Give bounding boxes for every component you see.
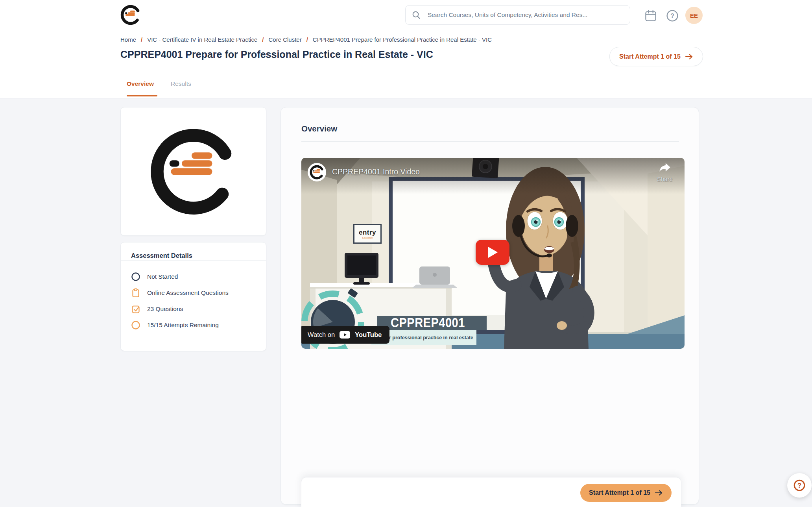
share-button[interactable]: Share: [653, 163, 677, 182]
watch-on-youtube-link[interactable]: Watch on YouTube: [301, 326, 389, 344]
search-input[interactable]: [427, 11, 624, 19]
type-label: Online Assessment Questions: [147, 289, 229, 296]
play-icon: [487, 246, 498, 259]
breadcrumb-current: CPPREP4001 Prepare for Professional Prac…: [313, 36, 492, 43]
breadcrumb-home[interactable]: Home: [120, 36, 136, 43]
search-icon: [412, 11, 421, 19]
svg-text:?: ?: [797, 482, 801, 489]
page: ? EE Home / VIC - Certificate IV in Real…: [0, 0, 812, 507]
breadcrumb-separator: /: [141, 36, 142, 43]
status-circle-icon: [131, 272, 140, 281]
tab-overview[interactable]: Overview: [127, 80, 154, 87]
breadcrumb-separator: /: [262, 36, 264, 43]
wall-sign: entry Education: [353, 224, 382, 244]
checkbox-check-icon: [131, 304, 140, 314]
calendar-icon[interactable]: [644, 9, 657, 24]
page-title: CPPREP4001 Prepare for Professional Prac…: [120, 49, 433, 60]
list-item: Online Assessment Questions: [131, 285, 266, 301]
youtube-video-player[interactable]: entry Education CPPREP4001 Prepare for p…: [301, 158, 685, 349]
user-avatar[interactable]: EE: [685, 7, 703, 24]
footer-action-bar: Start Attempt 1 of 15: [301, 477, 681, 507]
list-item: 23 Questions: [131, 301, 266, 317]
questions-label: 23 Questions: [147, 305, 183, 313]
share-label: Share: [653, 176, 677, 182]
video-banner-title: CPPREP4001: [377, 316, 487, 330]
assessment-details-title: Assessment Details: [121, 242, 266, 260]
start-attempt-button-top[interactable]: Start Attempt 1 of 15: [609, 47, 703, 66]
breadcrumb-cluster[interactable]: Core Cluster: [268, 36, 301, 43]
help-icon: ?: [793, 479, 806, 492]
wall-sign-subtext: Education: [362, 237, 373, 239]
youtube-logo-icon: [340, 331, 350, 339]
youtube-wordmark: YouTube: [355, 331, 382, 339]
channel-avatar[interactable]: [308, 163, 326, 181]
assessment-details-card: Assessment Details Not Started Online As…: [120, 242, 266, 351]
course-logo-image: [144, 122, 243, 221]
start-attempt-label: Start Attempt 1 of 15: [589, 489, 650, 496]
help-icon[interactable]: ?: [666, 9, 679, 24]
top-header: ? EE: [0, 0, 812, 31]
global-search: [405, 5, 630, 25]
status-label: Not Started: [147, 273, 178, 280]
attempts-label: 15/15 Attempts Remaining: [147, 322, 219, 329]
arrow-right-icon: [655, 490, 663, 496]
floating-help-button[interactable]: ?: [787, 473, 812, 498]
video-title-link[interactable]: CPPREP4001 Intro Video: [332, 167, 420, 176]
breadcrumb: Home / VIC - Certificate IV in Real Esta…: [120, 36, 492, 43]
share-arrow-icon: [659, 163, 671, 172]
section-heading: Overview: [301, 124, 337, 133]
divider: [301, 141, 679, 142]
assessment-details-list: Not Started Online Assessment Questions …: [121, 261, 266, 333]
list-item: 15/15 Attempts Remaining: [131, 317, 266, 333]
breadcrumb-separator: /: [306, 36, 308, 43]
start-attempt-button-bottom[interactable]: Start Attempt 1 of 15: [580, 484, 672, 502]
tabs-divider: [0, 98, 812, 98]
list-item: Not Started: [131, 268, 266, 285]
course-logo-card: [120, 107, 266, 236]
tab-results[interactable]: Results: [171, 80, 191, 87]
arrow-right-icon: [685, 54, 693, 59]
play-button[interactable]: [476, 240, 509, 265]
breadcrumb-course[interactable]: VIC - Certificate IV in Real Estate Prac…: [147, 36, 257, 43]
start-attempt-label: Start Attempt 1 of 15: [619, 53, 681, 60]
brand-logo-icon[interactable]: [119, 4, 142, 26]
attempts-circle-icon: [131, 320, 140, 330]
overview-card: Overview: [281, 107, 699, 505]
banner-title-text: CPPREP4001: [391, 316, 465, 330]
svg-text:?: ?: [670, 13, 674, 19]
active-tab-underline: [127, 95, 157, 96]
clipboard-icon: [131, 288, 140, 298]
wall-sign-text: entry: [359, 229, 376, 236]
watch-on-label: Watch on: [308, 331, 335, 339]
